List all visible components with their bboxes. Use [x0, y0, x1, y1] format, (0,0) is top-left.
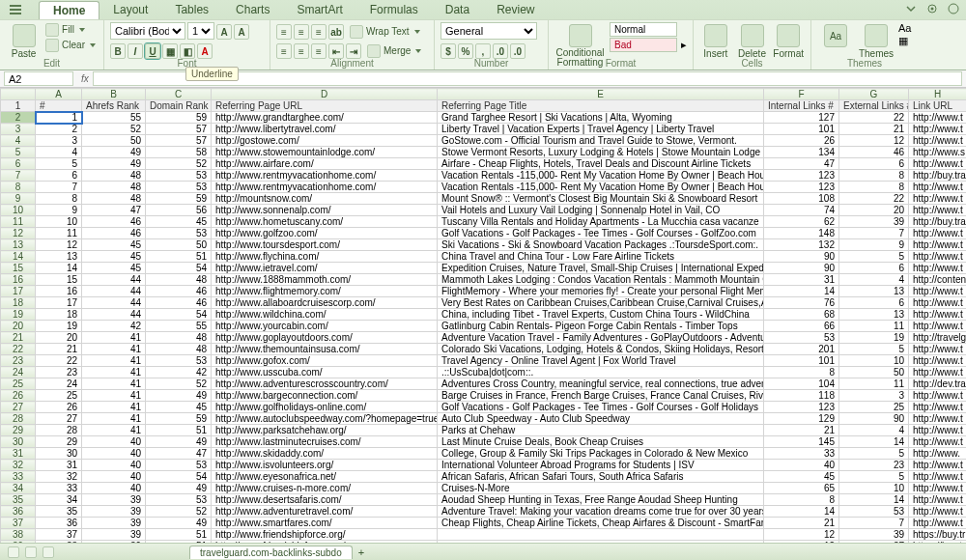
- cell[interactable]: 39: [82, 494, 146, 506]
- cell[interactable]: 41: [82, 425, 146, 436]
- cell[interactable]: 25: [36, 390, 82, 402]
- cell[interactable]: 50: [839, 367, 909, 378]
- cell[interactable]: 127: [764, 112, 839, 124]
- cell[interactable]: http://www.t: [909, 436, 967, 448]
- cell[interactable]: 5: [36, 158, 82, 170]
- tab-charts[interactable]: Charts: [222, 1, 283, 18]
- cell[interactable]: 57: [146, 124, 212, 135]
- cell[interactable]: 39: [839, 529, 909, 541]
- cell[interactable]: http://www.: [909, 448, 967, 460]
- page-layout-view-icon[interactable]: [25, 546, 37, 558]
- spreadsheet-grid[interactable]: A B C D E F G H 1 # Ahrefs Rank Domain R…: [0, 88, 966, 544]
- cell[interactable]: 201: [764, 344, 839, 355]
- number-format-select[interactable]: General: [440, 22, 537, 40]
- cell[interactable]: http://www.desertsafaris.com/: [212, 494, 438, 506]
- cell[interactable]: 44: [82, 309, 146, 321]
- cell[interactable]: 42: [82, 321, 146, 332]
- cell[interactable]: 6: [839, 158, 909, 170]
- cell[interactable]: http://www.smartfares.com/: [212, 518, 438, 529]
- cell[interactable]: 52: [146, 378, 212, 390]
- cell[interactable]: 57: [146, 135, 212, 147]
- cell[interactable]: 74: [764, 205, 839, 216]
- cell[interactable]: 2: [36, 124, 82, 135]
- percent-icon[interactable]: %: [458, 43, 473, 59]
- cell[interactable]: 14: [764, 286, 839, 297]
- cell[interactable]: http://www.yourcabin.com/: [212, 321, 438, 332]
- cell[interactable]: 6: [839, 297, 909, 309]
- cell[interactable]: 40: [82, 471, 146, 483]
- cell[interactable]: http://www.t: [909, 471, 967, 483]
- wrap-text-button[interactable]: Wrap Text: [350, 24, 422, 39]
- cell[interactable]: 5: [839, 344, 909, 355]
- cell[interactable]: Parks at Chehaw: [438, 425, 764, 436]
- cell[interactable]: 42: [146, 367, 212, 378]
- cell[interactable]: 44: [82, 274, 146, 286]
- cell[interactable]: Last Minute Cruise Deals, Book Cheap Cru…: [438, 436, 764, 448]
- cell[interactable]: 45: [764, 471, 839, 483]
- currency-icon[interactable]: $: [440, 43, 456, 59]
- cell[interactable]: International Volunteer Abroad Programs …: [438, 460, 764, 471]
- cell[interactable]: 46: [82, 228, 146, 239]
- normal-view-icon[interactable]: [8, 546, 19, 558]
- cell[interactable]: http://www.t: [909, 355, 967, 367]
- cell[interactable]: http://www.golfzoo.com/: [212, 228, 438, 239]
- row-header[interactable]: 1: [1, 100, 36, 112]
- cell[interactable]: 8: [764, 367, 839, 378]
- cell[interactable]: 65: [764, 483, 839, 494]
- row-header[interactable]: 15: [1, 263, 36, 274]
- cell[interactable]: http://www.t: [909, 425, 967, 436]
- indent-dec-icon[interactable]: ⇤: [328, 43, 344, 59]
- cell[interactable]: 52: [82, 124, 146, 135]
- cell[interactable]: 47: [82, 205, 146, 216]
- cell[interactable]: 17: [36, 297, 82, 309]
- cell[interactable]: http://buy.tra: [909, 216, 967, 228]
- cell[interactable]: 9: [839, 239, 909, 251]
- cell[interactable]: http://www.t: [909, 309, 967, 321]
- cell[interactable]: http://www.goplayoutdoors.com/: [212, 332, 438, 344]
- cell[interactable]: 104: [764, 378, 839, 390]
- cell[interactable]: 41: [82, 402, 146, 413]
- theme-fonts-icon[interactable]: ▦: [898, 35, 911, 47]
- row-header[interactable]: 29: [1, 425, 36, 436]
- cell[interactable]: 90: [764, 263, 839, 274]
- cell[interactable]: 26: [764, 135, 839, 147]
- row-header[interactable]: 7: [1, 170, 36, 182]
- cell[interactable]: 22: [839, 112, 909, 124]
- cell[interactable]: 66: [764, 321, 839, 332]
- cell[interactable]: http://www.adventuretravel.com/: [212, 506, 438, 518]
- cell[interactable]: 24: [36, 378, 82, 390]
- cell[interactable]: http://www.t: [909, 344, 967, 355]
- cell[interactable]: 48: [146, 344, 212, 355]
- style-normal[interactable]: Normal: [610, 22, 677, 37]
- cell[interactable]: 39: [82, 529, 146, 541]
- cell[interactable]: http://www.flychina.com/: [212, 251, 438, 263]
- cell[interactable]: 16: [36, 286, 82, 297]
- cell[interactable]: 58: [146, 147, 212, 158]
- cell[interactable]: Grand Targhee Resort | Ski Vacations | A…: [438, 112, 764, 124]
- cell[interactable]: 26: [36, 402, 82, 413]
- cell[interactable]: 3: [839, 390, 909, 402]
- cell[interactable]: 39: [82, 506, 146, 518]
- cell[interactable]: http://www.rentmyvacationhome.com/: [212, 170, 438, 182]
- row-header[interactable]: 33: [1, 471, 36, 483]
- cell[interactable]: 1: [36, 112, 82, 124]
- cell[interactable]: Cruises-N-More: [438, 483, 764, 494]
- cell[interactable]: 11: [36, 228, 82, 239]
- theme-colors-icon[interactable]: Aa: [898, 22, 911, 34]
- cell[interactable]: 19: [839, 332, 909, 344]
- cell[interactable]: 5: [839, 471, 909, 483]
- cell[interactable]: http://www.stowemountainlodge.com/: [212, 147, 438, 158]
- cell[interactable]: 10: [839, 483, 909, 494]
- cell[interactable]: Golf Vacations - Golf Packages - Tee Tim…: [438, 402, 764, 413]
- row-header[interactable]: 36: [1, 506, 36, 518]
- row-header[interactable]: 31: [1, 448, 36, 460]
- cell[interactable]: http://www.t: [909, 205, 967, 216]
- cell[interactable]: 40: [764, 460, 839, 471]
- col-header-C[interactable]: C: [146, 89, 212, 100]
- cell[interactable]: http://www.autoclubspeedway.com/?homepag…: [212, 413, 438, 425]
- cell[interactable]: Auto Club Speedway - Auto Club Speedway: [438, 413, 764, 425]
- cell[interactable]: http://www.t: [909, 297, 967, 309]
- fx-icon[interactable]: fx: [81, 73, 89, 84]
- row-header[interactable]: 2: [1, 112, 36, 124]
- cell[interactable]: 7: [839, 228, 909, 239]
